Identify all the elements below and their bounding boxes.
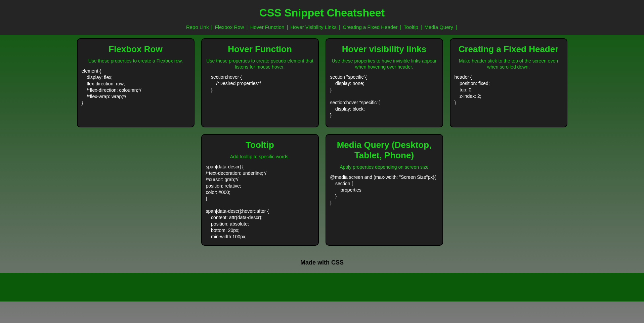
nav-link-hover-function[interactable]: Hover Function [250,24,285,30]
card-fixed-header: Creating a Fixed Header Make header stic… [450,38,567,127]
footer-text: Made with CSS [0,252,644,273]
card-code: @media screen and (max-wdith: "Screen Si… [330,174,438,206]
nav-separator: | [211,24,213,30]
nav-link-tooltip[interactable]: Tooltip [404,24,418,30]
page-header: CSS Snippet Cheatsheet Repo Link | Flexb… [0,0,644,35]
nav-link-flexbox-row[interactable]: Flexbox Row [215,24,244,30]
card-title: Hover visibility links [330,44,438,54]
card-media-query: Media Query (Desktop, Tablet, Phone) App… [326,134,443,246]
card-code: section "specific"{ display: none; } sec… [330,74,438,118]
nav-separator: | [456,24,457,30]
nav-links-container: Repo Link | Flexbox Row | Hover Function… [0,24,644,30]
nav-separator: | [400,24,401,30]
footer-bar [0,273,644,301]
card-subtitle: Use these properties to have invisible l… [330,58,438,70]
card-subtitle: Use these properties to create pseudo el… [206,58,314,70]
cards-container: Flexbox Row Use these properties to crea… [0,35,644,252]
card-flexbox-row: Flexbox Row Use these properties to crea… [77,38,195,127]
card-title: Hover Function [206,44,314,54]
nav-separator: | [247,24,248,30]
card-title: Tooltip [206,140,314,150]
card-title: Creating a Fixed Header [455,44,563,54]
card-hover-function: Hover Function Use these properties to c… [201,38,319,127]
card-subtitle: Use these properties to create a Flexbox… [82,58,190,64]
card-hover-visibility: Hover visibility links Use these propert… [326,38,443,127]
card-code: span[data-descr] { /*text-decoration: un… [206,164,314,240]
nav-separator: | [421,24,422,30]
page-title: CSS Snippet Cheatsheet [0,7,644,19]
nav-link-media-query[interactable]: Media Query [424,24,453,30]
card-tooltip[interactable]: Tooltip Add tooltip to specific words. s… [201,134,319,246]
card-code: element { display: flex; flex-direction:… [82,68,190,106]
card-title: Flexbox Row [82,44,190,54]
nav-separator: | [287,24,288,30]
nav-link-fixed-header[interactable]: Creating a Fixed Header [343,24,397,30]
nav-separator: | [339,24,340,30]
card-subtitle: Add tooltip to specific words. [206,154,314,160]
card-subtitle: Make header stick to the top of the scre… [455,58,563,70]
card-subtitle: Apply properties depending on screen siz… [330,164,438,170]
nav-link-repo[interactable]: Repo Link [186,24,209,30]
card-title: Media Query (Desktop, Tablet, Phone) [330,140,438,161]
nav-link-hover-visibility[interactable]: Hover Visibility Links [291,24,337,30]
card-code: section:hover { /*Desired properties*/ } [206,74,314,93]
card-code: header { position: fixed; top: 0; z-inde… [455,74,563,106]
